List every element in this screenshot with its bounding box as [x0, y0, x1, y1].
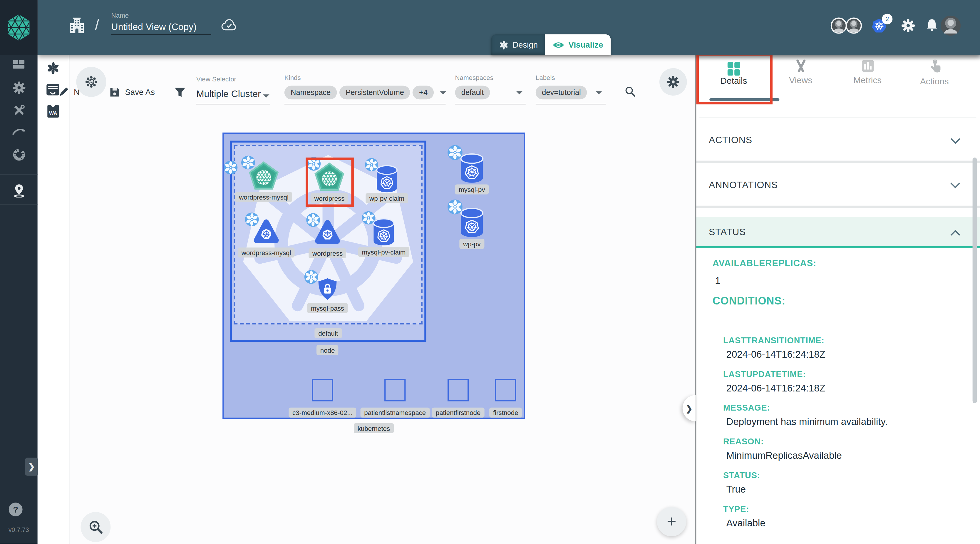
namespace-label: default — [314, 328, 342, 338]
search-icon[interactable] — [624, 86, 636, 100]
canvas-settings-button[interactable] — [659, 68, 687, 96]
user-avatar[interactable] — [940, 16, 961, 35]
settings-gear-icon[interactable] — [901, 19, 915, 35]
status-label: STATUS: — [723, 471, 760, 480]
sidebar-item-kanvas[interactable] — [0, 179, 38, 200]
edit-pencil-icon[interactable] — [57, 86, 70, 101]
canvas-node-wordpress-mysql-deployment[interactable]: wordpress-mysql — [251, 217, 282, 248]
accordion-actions[interactable]: ACTIONS — [695, 119, 980, 161]
svg-text:WA: WA — [49, 110, 57, 116]
left-sidebar: ❯ ? v0.7.73 — [0, 0, 38, 544]
zoom-button[interactable] — [81, 512, 110, 542]
sidebar-item-lifecycle[interactable] — [0, 77, 38, 98]
performance-swoosh-icon — [12, 126, 25, 137]
reason-label: REASON: — [723, 437, 764, 447]
sidebar-item-extensions[interactable] — [0, 144, 38, 165]
meshery-logo[interactable] — [0, 0, 38, 55]
canvas-node-host[interactable]: patientfirstnode — [447, 379, 469, 401]
save-as-icon[interactable] — [109, 87, 120, 100]
namespaces-label: Namespaces — [455, 74, 525, 81]
kind-chip[interactable]: Namespace — [285, 86, 337, 99]
lastupdatetime-label: LASTUPDATETIME: — [723, 369, 806, 379]
tab-views[interactable]: Views — [773, 59, 829, 85]
sidebar-expand-button[interactable]: ❯ — [25, 458, 38, 476]
lastupdatetime-value: 2024-06-14T16:24:18Z — [726, 383, 826, 394]
chevron-up-icon — [951, 229, 960, 239]
message-label: MESSAGE: — [723, 403, 770, 413]
canvas-node-mysql-pass-secret[interactable]: mysql-pass — [314, 276, 342, 303]
canvas-node-host[interactable]: patientlistnamespace — [384, 379, 406, 401]
accordion-annotations[interactable]: ANNOTATIONS — [695, 163, 980, 206]
panel-scrollbar[interactable] — [973, 157, 977, 403]
sidebar-item-performance[interactable] — [0, 121, 38, 142]
design-flower-icon — [499, 40, 509, 50]
chevron-right-icon: ❯ — [686, 404, 692, 413]
view-selector-label: View Selector — [196, 75, 270, 83]
conditions-label: CONDITIONS: — [713, 295, 786, 308]
app-header: / Name Design Visualize — [38, 0, 980, 55]
type-label: TYPE: — [723, 504, 749, 514]
meshery-badge-icon — [223, 160, 238, 175]
tab-design[interactable]: Design — [491, 34, 546, 55]
kanvas-flower-icon[interactable] — [46, 61, 60, 77]
availablereplicas-label: AVAILABLEREPLICAS: — [713, 258, 816, 268]
labels-filter[interactable]: Labels dev=tutorial — [536, 74, 606, 104]
tools-icon — [12, 103, 25, 117]
annotation-box-details-tab — [696, 53, 772, 104]
canvas-node-mysql-pv[interactable]: mysql-pv — [458, 152, 486, 186]
add-node-button[interactable]: + — [657, 507, 686, 536]
tab-actions[interactable]: Actions — [906, 59, 963, 86]
metrics-chart-icon — [861, 59, 874, 73]
views-branch-icon — [794, 59, 807, 73]
pointer-hand-icon — [928, 59, 941, 74]
chevron-down-icon — [263, 94, 269, 97]
tab-metrics[interactable]: Metrics — [840, 59, 896, 85]
kubernetes-context-count-badge: 2 — [882, 14, 892, 24]
breadcrumb-separator: / — [95, 16, 99, 34]
filter-funnel-icon[interactable] — [174, 86, 185, 100]
meshery-badge-icon — [364, 157, 379, 172]
view-name-input[interactable] — [111, 21, 210, 32]
meshery-badge-icon — [447, 144, 463, 161]
tab-visualize[interactable]: Visualize — [546, 34, 611, 55]
save-as-button[interactable]: Save As — [125, 87, 154, 97]
accordion-status[interactable]: STATUS — [695, 217, 980, 248]
namespace-chip[interactable]: default — [455, 86, 490, 99]
view-selector[interactable]: View Selector Multiple Cluster — [196, 75, 270, 104]
sidebar-item-dashboard[interactable] — [0, 54, 38, 75]
sidebar-item-configuration[interactable] — [0, 99, 38, 121]
canvas-node-host[interactable]: firstnode — [495, 379, 516, 401]
canvas-node-mysql-pv-claim[interactable]: mysql-pv-claim — [371, 217, 396, 248]
canvas-node-host[interactable]: c3-medium-x86-02... — [312, 379, 333, 401]
kinds-filter[interactable]: Kinds Namespace PersistentVolume +4 — [285, 74, 446, 104]
version-label: v0.7.73 — [0, 527, 38, 533]
mesh-donut-icon — [12, 148, 25, 161]
notifications-bell-icon[interactable] — [925, 18, 939, 34]
kind-chip[interactable]: PersistentVolume — [339, 86, 410, 99]
annotation-box-wordpress — [305, 157, 354, 207]
organization-building-icon[interactable] — [69, 17, 85, 37]
new-button-hover[interactable] — [76, 67, 106, 97]
canvas-node-wp-pv-claim[interactable]: wp-pv-claim — [374, 164, 399, 195]
kanvas-dots-icon — [85, 76, 97, 88]
availablereplicas-value: 1 — [715, 275, 720, 286]
view-name-group: Name — [111, 11, 211, 35]
canvas-area: N Save As View Selector Multiple Cluster… — [69, 55, 695, 544]
canvas-node-wordpress-deployment[interactable]: wordpress — [312, 218, 343, 249]
canvas-node-wordpress-mysql-app[interactable]: wordpress-mysql — [247, 160, 281, 194]
namespaces-filter[interactable]: Namespaces default — [455, 74, 525, 104]
help-button[interactable]: ? — [9, 503, 22, 516]
gears-icon — [12, 81, 25, 94]
kind-chip-more[interactable]: +4 — [413, 86, 434, 99]
location-pin-icon — [12, 183, 25, 197]
cloud-saved-icon — [221, 19, 237, 35]
status-value: True — [726, 484, 746, 495]
collaborator-avatar[interactable] — [831, 17, 847, 34]
collaborator-avatar[interactable] — [846, 17, 862, 34]
label-chip[interactable]: dev=tutorial — [536, 86, 587, 99]
chevron-down-icon — [440, 91, 446, 94]
chevron-down-icon — [951, 179, 960, 188]
view-name-label: Name — [111, 11, 211, 19]
wasm-filter-icon[interactable]: WA — [46, 104, 60, 121]
canvas-node-wp-pv[interactable]: wp-pv — [458, 206, 486, 240]
